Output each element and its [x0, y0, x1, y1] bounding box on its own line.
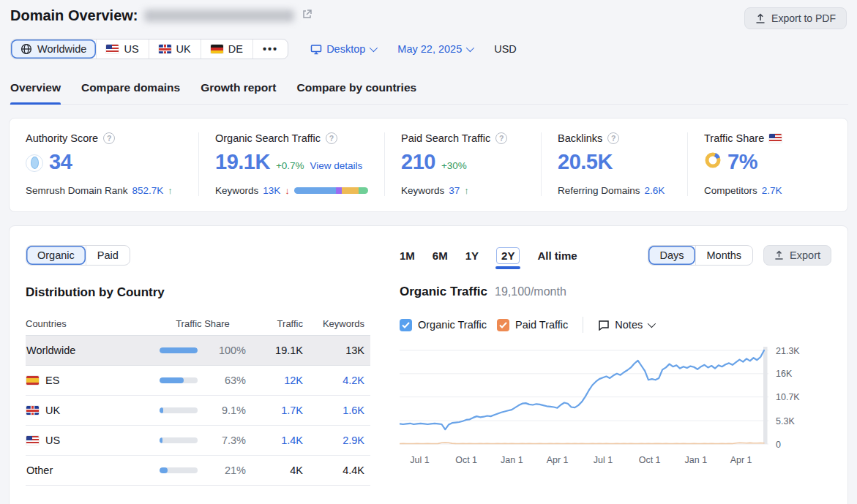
export-to-pdf-label: Export to PDF	[771, 12, 836, 24]
info-icon[interactable]: ?	[495, 132, 507, 144]
range-2y[interactable]: 2Y	[496, 247, 520, 264]
authority-score-value: 34	[49, 150, 72, 174]
range-6m[interactable]: 6M	[433, 249, 448, 262]
region-worldwide[interactable]: Worldwide	[11, 40, 96, 59]
authority-gauge-icon	[26, 154, 43, 172]
col-countries: Countries	[26, 318, 160, 329]
y-axis-label: 10.7K	[776, 392, 800, 402]
domain-overview-page: Domain Overview: Export to PDF Worldwide	[0, 0, 857, 504]
days-months-toggle: Days Months	[648, 245, 753, 266]
legend-paid-label: Paid Traffic	[515, 319, 568, 331]
chevron-down-icon	[648, 320, 656, 328]
uk-flag-icon	[159, 45, 171, 53]
organic-traffic-checkbox[interactable]	[400, 319, 412, 331]
info-icon[interactable]: ?	[326, 132, 337, 144]
info-icon[interactable]: ?	[103, 132, 115, 144]
region-us[interactable]: US	[96, 40, 148, 59]
metrics-card: Authority Score ? 34 Semrush Domain Rank…	[9, 118, 848, 212]
device-dropdown[interactable]: Desktop	[310, 43, 375, 55]
tab-overview[interactable]: Overview	[10, 77, 61, 104]
globe-icon	[20, 43, 32, 55]
toggle-paid[interactable]: Paid	[86, 246, 130, 265]
table-row-worldwide: Worldwide 100% 19.1K 13K	[26, 336, 370, 366]
legend-organic: Organic Traffic	[400, 319, 487, 331]
share-percent: 21%	[201, 464, 246, 476]
competitors-label: Competitors	[704, 185, 757, 196]
range-1y[interactable]: 1Y	[465, 249, 479, 262]
notes-dropdown[interactable]: Notes	[598, 319, 654, 331]
table-row-us: US 7.3% 1.4K 2.9K	[26, 426, 370, 456]
es-flag-icon	[26, 376, 39, 385]
keywords-value[interactable]: 13K	[263, 185, 280, 196]
tab-growth-report[interactable]: Growth report	[201, 77, 276, 104]
toggle-months[interactable]: Months	[695, 246, 753, 265]
region-de-label: DE	[228, 43, 243, 55]
time-range-selector: 1M 6M 1Y 2Y All time	[400, 247, 577, 264]
keywords-value[interactable]: 1.6K	[303, 405, 364, 416]
trend-up-icon: ↑	[168, 185, 173, 196]
region-de[interactable]: DE	[201, 40, 252, 59]
export-button[interactable]: Export	[763, 245, 831, 266]
keywords-value: 13K	[303, 345, 364, 356]
desktop-icon	[310, 44, 322, 55]
col-traffic-share: Traffic Share	[160, 318, 246, 329]
competitors-value[interactable]: 2.7K	[762, 185, 782, 196]
x-axis-label: Oct 1	[455, 455, 477, 465]
traffic-section-card: Organic Paid Distribution by Country Cou…	[9, 225, 848, 504]
traffic-share-metric: Traffic Share 7% Competitors 2.7K	[687, 132, 847, 196]
paid-traffic-checkbox[interactable]	[497, 319, 509, 331]
table-row-uk: UK 9.1% 1.7K 1.6K	[26, 396, 370, 426]
chart-legend: Organic Traffic Paid Traffic Notes	[400, 317, 831, 333]
y-axis-label: 5.3K	[776, 416, 795, 426]
current-period-marker	[763, 347, 768, 444]
keywords-value[interactable]: 4.2K	[303, 375, 364, 386]
notes-label: Notes	[615, 319, 643, 331]
traffic-share-value: 7%	[727, 150, 757, 174]
keywords-value: 4.4K	[303, 464, 364, 476]
traffic-share-title: Traffic Share	[704, 132, 764, 144]
trend-down-icon: ↓	[285, 185, 290, 196]
country-name: US	[45, 435, 60, 446]
organic-traffic-panel: 1M 6M 1Y 2Y All time Days Months Export	[400, 245, 831, 498]
keywords-value[interactable]: 37	[449, 185, 460, 196]
region-more-button[interactable]: •••	[252, 40, 288, 59]
date-dropdown[interactable]: May 22, 2025	[397, 43, 472, 55]
col-traffic: Traffic	[246, 318, 303, 329]
keywords-label: Keywords	[215, 185, 258, 196]
toggle-days[interactable]: Days	[648, 246, 695, 265]
range-all-time[interactable]: All time	[537, 249, 577, 262]
view-details-link[interactable]: View details	[310, 160, 363, 171]
info-icon[interactable]: ?	[607, 132, 619, 144]
region-uk[interactable]: UK	[149, 40, 201, 59]
domain-rank-label: Semrush Domain Rank	[26, 185, 128, 196]
tab-compare-domains[interactable]: Compare domains	[81, 77, 180, 104]
traffic-value: 4K	[246, 464, 303, 476]
legend-organic-label: Organic Traffic	[418, 319, 487, 331]
toggle-organic[interactable]: Organic	[26, 246, 86, 265]
export-to-pdf-button[interactable]: Export to PDF	[744, 7, 847, 29]
organic-traffic-heading: Organic Traffic	[400, 285, 487, 299]
tab-compare-by-countries[interactable]: Compare by countries	[297, 77, 417, 104]
country-table-header: Countries Traffic Share Traffic Keywords	[26, 312, 370, 336]
region-selector: Worldwide US UK DE •••	[10, 39, 288, 59]
domain-rank-value[interactable]: 852.7K	[132, 185, 164, 196]
col-keywords: Keywords	[303, 318, 364, 329]
organic-paid-toggle: Organic Paid	[26, 245, 130, 266]
share-percent: 7.3%	[201, 435, 246, 446]
keywords-value[interactable]: 2.9K	[303, 435, 364, 446]
authority-score-metric: Authority Score ? 34 Semrush Domain Rank…	[10, 132, 198, 196]
country-name: UK	[45, 405, 60, 416]
referring-domains-value[interactable]: 2.6K	[645, 185, 665, 196]
range-1m[interactable]: 1M	[400, 249, 415, 262]
traffic-value[interactable]: 1.4K	[246, 435, 303, 446]
trend-up-icon: ↑	[464, 185, 469, 196]
keyword-intent-bar	[294, 187, 368, 194]
export-label: Export	[790, 249, 820, 261]
x-axis-label: Apr 1	[547, 455, 569, 465]
traffic-value[interactable]: 12K	[246, 375, 303, 386]
organic-traffic-delta: +0.7%	[276, 160, 304, 171]
traffic-value[interactable]: 1.7K	[246, 405, 303, 416]
external-link-icon[interactable]	[302, 9, 313, 23]
check-icon	[402, 322, 410, 328]
traffic-value: 19.1K	[246, 345, 303, 356]
